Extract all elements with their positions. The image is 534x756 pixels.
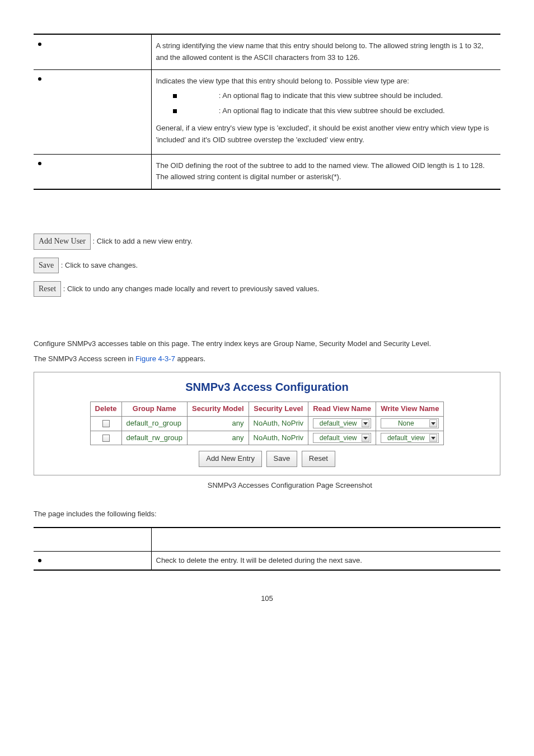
param-outro: General, if a view entry's view type is … [156,123,496,146]
cell-model: any [188,416,249,431]
add-new-user-button[interactable]: Add New User [34,234,91,249]
bullet-icon [38,559,41,562]
select-value: None [383,418,428,429]
square-bullet-icon [173,109,177,113]
snmp-access-table: Delete Group Name Security Model Securit… [90,402,444,445]
square-bullet-icon [173,94,177,98]
cell-model: any [188,431,249,445]
param-table: View Name A string identifying the view … [34,34,500,190]
bullet-icon [38,162,41,165]
delete-checkbox[interactable] [102,420,110,427]
col-group-name: Group Name [121,402,187,416]
select-value: default_view [383,433,428,444]
table-row: default_ro_group any NoAuth, NoPriv defa… [90,416,444,431]
field-desc: Check to delete the entry. It will be de… [151,551,500,570]
reset-desc: : Click to undo any changes made locally… [63,284,319,293]
param-intro: Indicates the view type that this entry … [156,76,496,87]
cell-group: default_rw_group [121,431,187,445]
table-header-description: Description [151,528,500,551]
read-view-select[interactable]: default_view [313,418,371,428]
accesses-intro-2b: appears. [177,354,206,363]
save-button[interactable]: Save [34,258,59,273]
read-view-select[interactable]: default_view [313,433,371,443]
accesses-intro-1: Configure SNMPv3 accesses table on this … [34,338,500,350]
cell-level: NoAuth, NoPriv [249,416,308,431]
col-write-view: Write View Name [376,402,444,416]
subitem-text: : An optional flag to indicate that this… [219,106,445,115]
param-desc: A string identifying the view name that … [156,38,496,66]
write-view-select[interactable]: default_view [381,433,439,443]
save-desc: : Click to save changes. [61,260,138,269]
panel-save-button[interactable]: Save [266,451,298,467]
chevron-down-icon [362,434,369,442]
table-row: default_rw_group any NoAuth, NoPriv defa… [90,431,444,445]
col-delete: Delete [90,402,121,416]
subitem-text: : An optional flag to indicate that this… [219,91,443,100]
figure-caption-b: SNMPv3 Accesses Configuration Page Scree… [208,481,372,489]
reset-button[interactable]: Reset [34,281,61,297]
fields-table: Object Description Delete Check to delet… [34,527,500,571]
fields-intro: The page includes the following fields: [34,508,500,520]
param-desc: The OID defining the root of the subtree… [156,158,496,186]
chevron-down-icon [429,419,437,427]
accesses-intro-2a: The SNMPv3 Access screen in [34,354,135,363]
delete-checkbox[interactable] [102,435,110,442]
panel-reset-button[interactable]: Reset [302,451,335,467]
col-read-view: Read View Name [308,402,376,416]
col-security-level: Security Level [249,402,308,416]
col-security-model: Security Model [188,402,249,416]
select-value: default_view [316,418,360,429]
chevron-down-icon [362,419,369,427]
page-number: 105 [34,593,500,605]
write-view-select[interactable]: None [381,418,439,428]
cell-level: NoAuth, NoPriv [249,431,308,445]
bullet-icon [38,43,41,46]
select-value: default_view [316,433,360,444]
panel-title: SNMPv3 Access Configuration [45,378,489,396]
add-new-entry-button[interactable]: Add New Entry [199,451,262,467]
chevron-down-icon [429,434,437,442]
table-header-object: Object [34,528,151,551]
figure-ref-link[interactable]: Figure 4-3-7 [135,354,175,363]
cell-group: default_ro_group [121,416,187,431]
bullet-icon [38,77,41,81]
snmp-access-panel: SNMPv3 Access Configuration Delete Group… [34,372,500,475]
add-new-user-desc: : Click to add a new view entry. [93,237,193,245]
